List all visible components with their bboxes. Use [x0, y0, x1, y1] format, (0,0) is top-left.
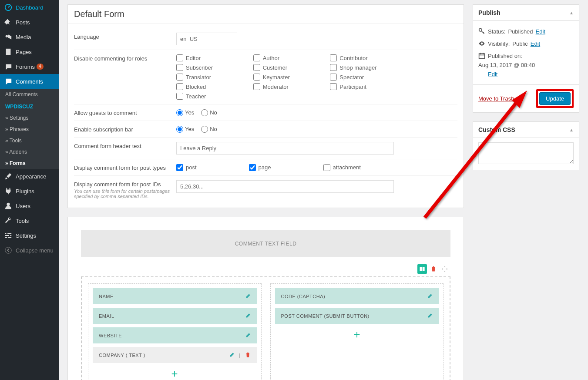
field-chip-name[interactable]: NAME	[93, 288, 257, 304]
form-builder: COMMENT TEXT FIELD NAMEEMAILWEBSITECOMPA…	[67, 217, 464, 380]
role-label: Participant	[339, 84, 366, 90]
svg-point-4	[5, 247, 11, 253]
svg-rect-6	[423, 267, 425, 271]
header-text-input[interactable]	[176, 142, 394, 155]
post-type-checkbox[interactable]	[176, 164, 183, 171]
columns-button[interactable]	[417, 264, 427, 274]
submenu-addons[interactable]: » Addons	[0, 146, 59, 158]
allow-guests-yes[interactable]	[176, 109, 183, 116]
custom-css-header[interactable]: Custom CSS ▲	[473, 122, 579, 138]
custom-css-textarea[interactable]	[478, 142, 574, 164]
post-type-attachment: attachment	[323, 164, 361, 171]
post-type-checkbox[interactable]	[323, 164, 330, 171]
key-icon	[478, 28, 485, 35]
edit-published-link[interactable]: Edit	[488, 71, 574, 77]
field-chip-post-comment-submit-button-[interactable]: POST COMMENT (SUBMIT BUTTON)	[275, 308, 439, 324]
edit-icon[interactable]	[229, 352, 235, 358]
role-label: Keymaster	[263, 74, 290, 81]
edit-visibility-link[interactable]: Edit	[531, 40, 540, 47]
edit-status-link[interactable]: Edit	[536, 28, 545, 35]
submenu-forms[interactable]: » Forms	[0, 158, 59, 169]
role-checkbox-input[interactable]	[253, 74, 260, 81]
custom-css-box: Custom CSS ▲	[473, 121, 579, 170]
edit-icon[interactable]	[245, 293, 251, 299]
forums-badge: 4	[37, 64, 44, 70]
sidebar-item-collapse[interactable]: Collapse menu	[0, 243, 59, 258]
sidebar-item-dashboard[interactable]: Dashboard	[0, 0, 59, 15]
submenu-tools[interactable]: » Tools	[0, 135, 59, 146]
role-checkbox-input[interactable]	[330, 64, 337, 71]
submenu-wpdiscuz-heading: WPDISCUZ	[0, 100, 59, 112]
sidebar-item-settings[interactable]: Settings	[0, 228, 59, 243]
published-label: Published on:	[488, 53, 522, 59]
form-title: Default Form	[68, 5, 464, 24]
move-row-button[interactable]	[440, 264, 450, 274]
submenu-all-comments[interactable]: All Comments	[0, 89, 59, 100]
brush-icon	[4, 172, 12, 180]
language-input[interactable]	[176, 33, 237, 45]
role-checkbox-input[interactable]	[176, 93, 183, 100]
publish-box-header[interactable]: Publish ▲	[473, 5, 579, 21]
field-chip-email[interactable]: EMAIL	[93, 308, 257, 324]
header-text-label: Comment form header text	[74, 142, 176, 155]
enable-sub-yes[interactable]	[176, 126, 183, 133]
sidebar-item-media[interactable]: Media	[0, 30, 59, 44]
media-icon	[4, 33, 12, 41]
sidebar-item-label: Collapse menu	[16, 247, 54, 254]
role-checkbox-input[interactable]	[330, 74, 337, 81]
role-checkbox-input[interactable]	[253, 64, 260, 71]
submenu-phrases[interactable]: » Phrases	[0, 124, 59, 135]
allow-guests-no[interactable]	[201, 109, 208, 116]
role-checkbox-input[interactable]	[176, 54, 183, 61]
wrench-icon	[4, 217, 12, 225]
post-type-checkbox[interactable]	[249, 164, 256, 171]
toggle-icon: ▲	[569, 128, 574, 132]
sidebar-item-comments[interactable]: Comments	[0, 74, 59, 89]
post-ids-input[interactable]	[176, 180, 394, 193]
add-field-button[interactable]	[93, 367, 257, 380]
sidebar-item-label: Tools	[16, 218, 29, 224]
add-field-button[interactable]	[275, 327, 439, 343]
role-checkbox-input[interactable]	[330, 54, 337, 61]
post-ids-label: Display comment form for post IDs	[74, 181, 161, 188]
delete-icon[interactable]	[245, 352, 251, 358]
update-button[interactable]: Update	[539, 92, 571, 105]
form-settings-panel: Default Form Language Disable commenting…	[67, 4, 464, 208]
role-checkbox-spectator: Spectator	[330, 74, 403, 81]
eye-icon	[478, 40, 485, 47]
publish-title: Publish	[478, 9, 501, 16]
edit-icon[interactable]	[245, 333, 251, 338]
field-chip-website[interactable]: WEBSITE	[93, 327, 257, 343]
visibility-value: Public	[512, 40, 528, 47]
field-chip-label: COMPANY ( TEXT )	[99, 353, 145, 358]
sidebar-item-label: Media	[16, 34, 31, 40]
sidebar-item-users[interactable]: Users	[0, 198, 59, 213]
role-checkbox-input[interactable]	[253, 83, 260, 90]
sidebar-item-posts[interactable]: Posts	[0, 15, 59, 30]
field-chip-code-captcha-[interactable]: CODE (CAPTCHA)	[275, 288, 439, 304]
delete-row-button[interactable]	[429, 264, 438, 274]
role-checkbox-subscriber: Subscriber	[176, 64, 249, 71]
sidebar-item-appearance[interactable]: Appearance	[0, 169, 59, 184]
enable-sub-no[interactable]	[201, 126, 208, 133]
role-checkbox-input[interactable]	[330, 83, 337, 90]
sidebar-item-pages[interactable]: Pages	[0, 44, 59, 59]
edit-icon[interactable]	[427, 313, 433, 319]
role-checkbox-input[interactable]	[176, 64, 183, 71]
comment-text-field: COMMENT TEXT FIELD	[81, 230, 450, 257]
edit-icon[interactable]	[427, 293, 433, 299]
role-checkbox-input[interactable]	[176, 83, 183, 90]
role-checkbox-input[interactable]	[253, 54, 260, 61]
field-chip-company-text-[interactable]: COMPANY ( TEXT )|	[93, 347, 257, 363]
submenu-settings[interactable]: » Settings	[0, 112, 59, 124]
edit-icon[interactable]	[245, 313, 251, 319]
move-to-trash-link[interactable]: Move to Trash	[478, 95, 514, 102]
sidebar-item-tools[interactable]: Tools	[0, 213, 59, 228]
role-checkbox-input[interactable]	[176, 74, 183, 81]
post-ids-hint: You can use this form for certain posts/…	[74, 188, 176, 199]
sidebar-item-forums[interactable]: Forums 4	[0, 59, 59, 74]
yes-label: Yes	[185, 109, 194, 116]
publish-box: Publish ▲ Status: Published Edit Visibil…	[473, 4, 579, 113]
sidebar-item-plugins[interactable]: Plugins	[0, 184, 59, 198]
published-value: Aug 13, 2017 @ 08:40	[478, 62, 535, 68]
